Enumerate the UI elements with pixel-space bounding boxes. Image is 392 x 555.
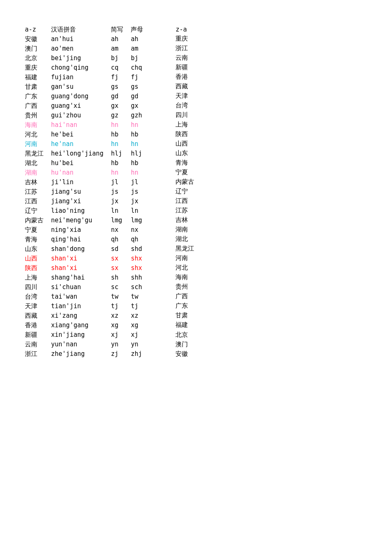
left-cell: 陕西	[25, 263, 51, 273]
left-cell: xj	[111, 330, 131, 340]
left-cell: sch	[131, 282, 151, 292]
right-cell: 新疆	[175, 63, 202, 72]
left-cell: hb	[111, 130, 131, 139]
left-cell: 山西	[25, 254, 51, 263]
left-data-row: 澳门ao'menamam	[25, 44, 151, 54]
left-cell: qing'hai	[51, 235, 111, 244]
main-container: a-z汉语拼音简写声母安徽an'huiahah澳门ao'menamam北京bei…	[25, 25, 367, 359]
left-cell: js	[111, 187, 131, 197]
left-cell: xg	[131, 321, 151, 330]
left-data-row: 青海qing'haiqhqh	[25, 235, 151, 244]
left-cell: 河北	[25, 130, 51, 139]
right-data-row: 江西	[175, 196, 202, 206]
left-cell: guang'xi	[51, 101, 111, 111]
right-data-row: 山东	[175, 148, 202, 158]
right-data-row: 台湾	[175, 101, 202, 110]
left-cell: 甘肃	[25, 82, 51, 92]
left-cell: 广东	[25, 92, 51, 101]
right-data-row: 西藏	[175, 82, 202, 91]
left-data-row: 新疆xin'jiangxjxj	[25, 330, 151, 340]
right-cell: 香港	[175, 72, 202, 82]
right-cell: 浙江	[175, 44, 202, 53]
left-cell: 西藏	[25, 311, 51, 321]
left-data-row: 西藏xi'zangxzxz	[25, 311, 151, 321]
right-cell: 云南	[175, 53, 202, 63]
left-cell: jl	[111, 178, 131, 187]
left-cell: ln	[131, 206, 151, 216]
right-data-row: 广东	[175, 301, 202, 311]
right-cell: 重庆	[175, 34, 202, 44]
left-cell: 安徽	[25, 34, 51, 44]
left-cell: cq	[111, 63, 131, 73]
left-cell: hlj	[131, 149, 151, 158]
left-data-row: 辽宁liao'ninglnln	[25, 206, 151, 216]
left-cell: sd	[111, 244, 131, 254]
left-cell: zj	[111, 349, 131, 359]
left-cell: guang'dong	[51, 92, 111, 101]
right-cell: 广西	[175, 292, 202, 301]
right-data-row: 重庆	[175, 34, 202, 44]
left-data-row: 上海shang'haishshh	[25, 273, 151, 282]
left-table: a-z汉语拼音简写声母安徽an'huiahah澳门ao'menamam北京bei…	[25, 25, 151, 359]
left-data-row: 内蒙古nei'meng'gulmglmg	[25, 216, 151, 225]
left-cell: 辽宁	[25, 206, 51, 216]
left-data-row: 四川si'chuanscsch	[25, 282, 151, 292]
left-cell: gs	[131, 82, 151, 92]
left-cell: xj	[131, 330, 151, 340]
right-cell: 黑龙江	[175, 244, 202, 253]
right-data-row: 云南	[175, 53, 202, 63]
left-cell: jl	[131, 178, 151, 187]
right-data-row: 内蒙古	[175, 177, 202, 187]
right-cell: 辽宁	[175, 187, 202, 196]
left-cell: hn	[131, 139, 151, 149]
left-cell: 吉林	[25, 178, 51, 187]
right-cell: 吉林	[175, 215, 202, 225]
left-data-row: 江苏jiang'sujsjs	[25, 187, 151, 197]
left-cell: shan'dong	[51, 244, 111, 254]
right-data-row: 北京	[175, 330, 202, 340]
left-cell: 山东	[25, 244, 51, 254]
left-cell: shang'hai	[51, 273, 111, 282]
left-data-row: 山西shan'xisxshx	[25, 254, 151, 263]
left-cell: 黑龙江	[25, 149, 51, 158]
right-data-row: 山西	[175, 139, 202, 148]
left-cell: xiang'gang	[51, 321, 111, 330]
left-data-row: 北京bei'jingbjbj	[25, 54, 151, 63]
left-cell: jiang'su	[51, 187, 111, 197]
left-cell: tw	[131, 292, 151, 302]
left-cell: xg	[111, 321, 131, 330]
left-cell: liao'ning	[51, 206, 111, 216]
left-cell: fujian	[51, 73, 111, 82]
left-cell: gan'su	[51, 82, 111, 92]
right-data-row: 宁夏	[175, 168, 202, 177]
right-cell: 广东	[175, 301, 202, 311]
left-cell: ln	[111, 206, 131, 216]
left-cell: tw	[111, 292, 131, 302]
left-cell: hn	[111, 120, 131, 130]
right-data-row: 湖北	[175, 234, 202, 244]
left-cell: hn	[111, 139, 131, 149]
left-cell: 内蒙古	[25, 216, 51, 225]
left-data-row: 陕西shan'xisxshx	[25, 263, 151, 273]
left-cell: ao'men	[51, 44, 111, 54]
right-cell: 河南	[175, 253, 202, 263]
left-cell: nei'meng'gu	[51, 216, 111, 225]
left-cell: he'nan	[51, 139, 111, 149]
right-cell: 北京	[175, 330, 202, 340]
right-header-row: z-a	[175, 25, 202, 34]
left-data-row: 甘肃gan'sugsgs	[25, 82, 151, 92]
left-cell: gd	[131, 92, 151, 101]
left-cell: gx	[111, 101, 131, 111]
right-cell: 湖北	[175, 234, 202, 244]
left-cell: sh	[111, 273, 131, 282]
right-data-row: 贵州	[175, 282, 202, 292]
left-cell: si'chuan	[51, 282, 111, 292]
right-data-row: 甘肃	[175, 311, 202, 320]
left-cell: chq	[131, 63, 151, 73]
right-data-row: 四川	[175, 110, 202, 120]
right-cell: 陕西	[175, 129, 202, 139]
right-data-row: 吉林	[175, 215, 202, 225]
left-cell: tj	[111, 302, 131, 311]
left-cell: 贵州	[25, 111, 51, 120]
left-cell: fj	[131, 73, 151, 82]
